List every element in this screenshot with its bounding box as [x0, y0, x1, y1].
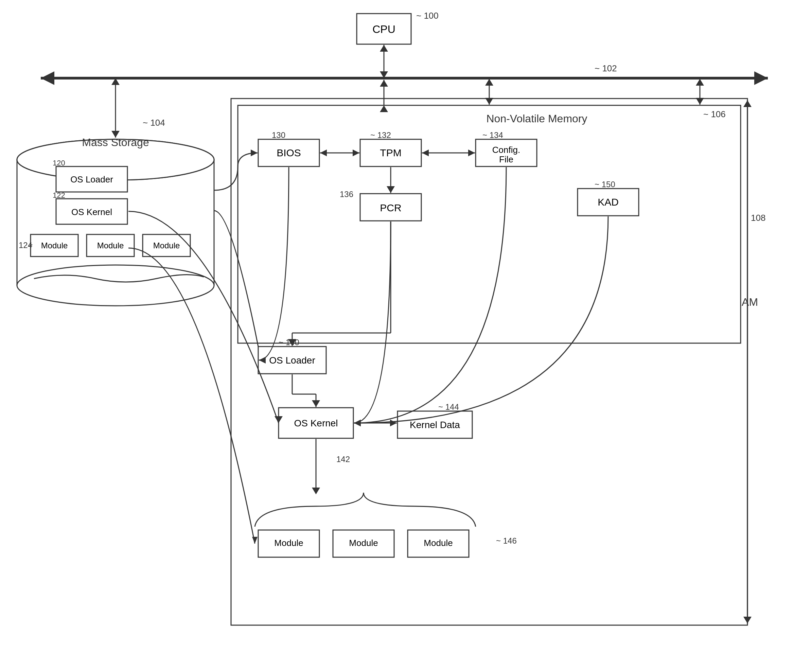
svg-text:124: 124: [19, 240, 32, 250]
svg-text:Kernel Data: Kernel Data: [410, 420, 460, 430]
svg-marker-106: [485, 79, 493, 86]
svg-text:~ 106: ~ 106: [703, 109, 726, 119]
svg-text:PCR: PCR: [380, 202, 401, 213]
svg-text:Non-Volatile Memory: Non-Volatile Memory: [487, 112, 587, 125]
svg-text:OS Loader: OS Loader: [269, 355, 315, 365]
svg-marker-5: [754, 71, 768, 85]
svg-text:120: 120: [52, 159, 65, 167]
svg-text:KAD: KAD: [598, 196, 619, 208]
svg-text:Module: Module: [153, 241, 180, 250]
svg-text:OS Kernel: OS Kernel: [71, 207, 112, 217]
svg-text:~ 104: ~ 104: [143, 118, 165, 128]
svg-text:OS Kernel: OS Kernel: [294, 418, 338, 428]
svg-text:~ 132: ~ 132: [370, 130, 391, 140]
svg-point-13: [17, 265, 214, 306]
svg-text:136: 136: [340, 189, 354, 199]
svg-text:130: 130: [272, 130, 285, 140]
svg-text:Mass Storage: Mass Storage: [82, 136, 149, 149]
svg-text:~ 144: ~ 144: [438, 402, 459, 411]
svg-text:OS Loader: OS Loader: [70, 174, 113, 184]
svg-text:Module: Module: [274, 538, 303, 548]
svg-text:TPM: TPM: [380, 147, 401, 158]
svg-text:142: 142: [337, 455, 350, 464]
svg-text:122: 122: [52, 191, 65, 200]
svg-text:~ 102: ~ 102: [595, 63, 617, 73]
svg-text:~ 100: ~ 100: [416, 10, 439, 21]
svg-text:~ 150: ~ 150: [595, 180, 615, 189]
svg-marker-9: [380, 45, 388, 52]
svg-text:Module: Module: [97, 241, 124, 250]
svg-text:108: 108: [751, 213, 765, 223]
svg-text:~ 134: ~ 134: [482, 130, 503, 140]
svg-marker-4: [41, 71, 54, 85]
svg-marker-109: [696, 79, 704, 86]
svg-text:File: File: [499, 154, 513, 164]
svg-marker-45: [380, 80, 388, 86]
svg-text:Module: Module: [41, 241, 68, 250]
svg-text:Config.: Config.: [492, 145, 520, 155]
svg-text:Module: Module: [349, 538, 378, 548]
diagram: CPU ~ 100 ~ 102 Mass Storage ~ 104 OS Lo: [0, 0, 812, 670]
svg-text:Module: Module: [424, 538, 453, 548]
diagram-svg: CPU ~ 100 ~ 102 Mass Storage ~ 104 OS Lo: [0, 0, 812, 670]
svg-text:CPU: CPU: [372, 23, 396, 36]
svg-text:BIOS: BIOS: [277, 147, 301, 158]
svg-text:~ 146: ~ 146: [496, 536, 517, 545]
